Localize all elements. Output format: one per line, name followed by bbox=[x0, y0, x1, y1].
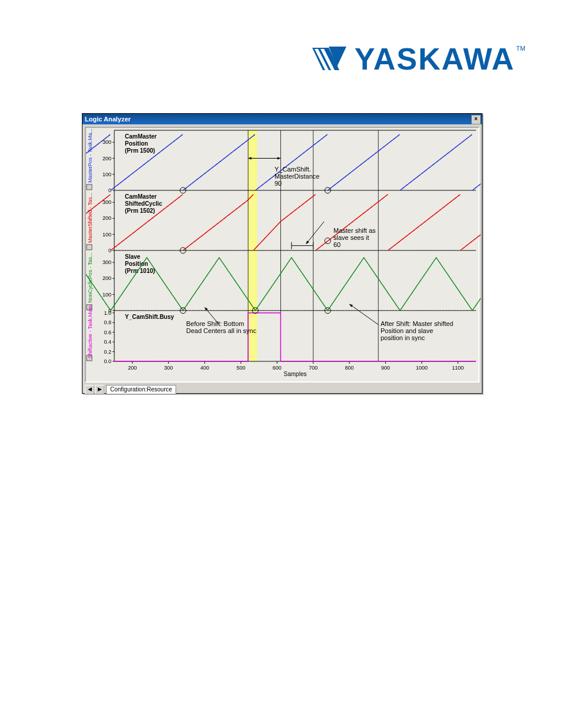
svg-text:Y_CamShift.Busy: Y_CamShift.Busy bbox=[125, 314, 174, 320]
svg-line-100 bbox=[306, 222, 324, 244]
svg-text:400: 400 bbox=[200, 365, 209, 371]
svg-text:100: 100 bbox=[103, 232, 111, 238]
svg-text:900: 900 bbox=[381, 365, 390, 371]
sheet-tab-bar: ◀ ▶ Configuration:Resource bbox=[85, 385, 480, 394]
svg-text:MasterShifted - Tas...: MasterShifted - Tas... bbox=[87, 193, 93, 243]
svg-text:300: 300 bbox=[103, 139, 111, 145]
annotation-before: Before Shift: Bottom Dead Centers all in… bbox=[186, 320, 256, 334]
sheet-tab[interactable]: Configuration:Resource bbox=[106, 385, 176, 394]
svg-rect-28 bbox=[87, 245, 92, 250]
svg-text:700: 700 bbox=[309, 365, 318, 371]
svg-text:Shiftactive - Task.Main: Shiftactive - Task.Main bbox=[87, 305, 93, 358]
svg-line-102 bbox=[349, 304, 378, 325]
svg-text:Samples: Samples bbox=[284, 371, 307, 377]
plot-area: MasterPos - Task.Ma...0100200300CamMaste… bbox=[85, 127, 480, 383]
tab-prev-button[interactable]: ◀ bbox=[85, 385, 94, 394]
svg-text:(Prm 1010): (Prm 1010) bbox=[125, 268, 155, 274]
svg-text:0.2: 0.2 bbox=[104, 349, 111, 355]
svg-text:100: 100 bbox=[103, 292, 111, 298]
svg-text:ShiftedCyclic: ShiftedCyclic bbox=[125, 200, 163, 207]
svg-text:500: 500 bbox=[236, 365, 245, 371]
tab-next-button[interactable]: ▶ bbox=[95, 385, 104, 394]
trademark-icon: TM bbox=[516, 45, 525, 52]
svg-text:0.4: 0.4 bbox=[104, 339, 111, 345]
svg-text:300: 300 bbox=[103, 199, 111, 205]
svg-text:0.0: 0.0 bbox=[104, 358, 111, 364]
svg-text:300: 300 bbox=[103, 259, 111, 265]
window-title: Logic Analyzer bbox=[85, 116, 131, 123]
svg-text:600: 600 bbox=[273, 365, 282, 371]
svg-text:200: 200 bbox=[128, 365, 137, 371]
svg-text:100: 100 bbox=[103, 172, 111, 177]
close-icon[interactable]: × bbox=[471, 115, 481, 124]
svg-text:200: 200 bbox=[103, 215, 111, 221]
svg-text:Slave: Slave bbox=[125, 253, 141, 260]
yaskawa-mark-icon bbox=[311, 44, 349, 74]
svg-text:200: 200 bbox=[103, 156, 111, 162]
window-titlebar[interactable]: Logic Analyzer × bbox=[82, 114, 482, 124]
yaskawa-logo: YASKAWA TM bbox=[311, 41, 515, 77]
svg-text:CamMaster: CamMaster bbox=[125, 133, 157, 140]
annotation-after: After Shift: Master shifted Position and… bbox=[381, 320, 454, 341]
svg-text:800: 800 bbox=[345, 365, 354, 371]
yaskawa-wordmark: YASKAWA bbox=[355, 41, 515, 77]
svg-text:0.8: 0.8 bbox=[104, 319, 111, 325]
svg-text:MasterPos - Task.Ma...: MasterPos - Task.Ma... bbox=[87, 129, 93, 183]
svg-text:Position: Position bbox=[125, 140, 148, 147]
svg-text:CamMaster: CamMaster bbox=[125, 193, 157, 200]
svg-text:(Prm 1500): (Prm 1500) bbox=[125, 147, 155, 154]
svg-text:200: 200 bbox=[103, 275, 111, 281]
svg-text:(Prm 1502): (Prm 1502) bbox=[125, 207, 155, 214]
svg-text:0.6: 0.6 bbox=[104, 330, 111, 335]
svg-text:1100: 1100 bbox=[452, 365, 464, 371]
annotation-mastershift: Master shift as slave sees it 60 bbox=[333, 227, 376, 248]
svg-text:1000: 1000 bbox=[416, 365, 428, 371]
svg-text:300: 300 bbox=[164, 365, 173, 371]
svg-rect-15 bbox=[87, 185, 92, 190]
svg-text:1.0: 1.0 bbox=[104, 310, 111, 316]
annotation-masterdistance: Y_CamShift. MasterDistance 90 bbox=[275, 166, 319, 187]
logic-analyzer-window: Logic Analyzer × MasterPos - Task.Ma...0… bbox=[82, 113, 482, 394]
